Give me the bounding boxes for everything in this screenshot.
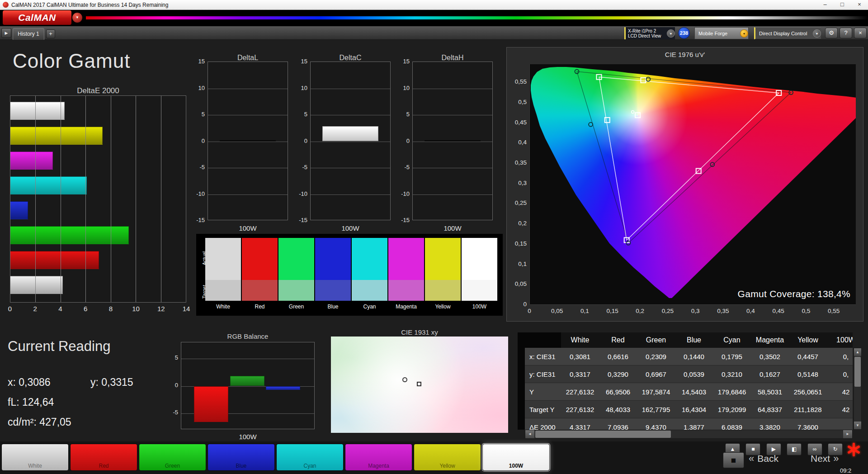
actual-swatch	[315, 238, 351, 280]
back-label: Back	[757, 453, 778, 464]
swatch-columns: WhiteRedGreenBlueCyanMagentaYellow100W	[205, 238, 497, 310]
table-row[interactable]: ΔE 20004,33177,09369,43701,38776,08393,3…	[525, 418, 853, 430]
minimize-button[interactable]: –	[816, 0, 834, 9]
swatch-column-blue: Blue	[315, 238, 351, 310]
meter-count-badge[interactable]: 238	[678, 27, 690, 39]
scroll-left-icon[interactable]: ◄	[525, 430, 534, 438]
rgb-bar-green	[230, 376, 264, 386]
add-tab-button[interactable]: +	[46, 29, 55, 38]
table-row[interactable]: Target Y227,613248,4033162,779516,430417…	[525, 401, 853, 418]
target-swatch	[388, 280, 424, 301]
horizontal-scrollbar[interactable]: ◄ ►	[525, 430, 853, 439]
pattern-button-blue[interactable]: Blue	[208, 444, 275, 471]
vertical-scrollbar[interactable]: ▲ ▼	[854, 348, 862, 430]
gridline	[208, 89, 288, 89]
cell: 0,1627	[751, 370, 789, 378]
chevron-down-icon[interactable]: ▼	[667, 29, 675, 38]
gridline	[311, 168, 390, 168]
meter-selector[interactable]: X-Rite i1Pro 2 LCD Direct View ▼	[624, 27, 675, 39]
y-axis-tick: 0,25	[508, 199, 527, 206]
y-axis-tick: -15	[390, 217, 410, 223]
delta-bar	[322, 126, 378, 141]
tab-history-1[interactable]: History 1	[13, 28, 44, 40]
gridline	[311, 142, 390, 142]
help-button[interactable]: ?	[840, 28, 852, 38]
y-axis-tick: 0,05	[508, 280, 527, 287]
y-axis-tick: 0,35	[508, 159, 527, 166]
stop-measurement-button[interactable]: ■	[723, 452, 744, 468]
deltae-chart-plot	[10, 95, 186, 303]
y-axis-tick: -10	[390, 190, 410, 197]
cell: 179,6846	[713, 388, 751, 396]
settings-button[interactable]: ⚙	[825, 28, 838, 38]
cell: 0,3081	[561, 353, 599, 360]
x-axis-tick: 4	[58, 305, 62, 313]
x-axis-tick: 8	[109, 305, 113, 313]
table-row[interactable]: Y227,613266,9506197,587414,5403179,68465…	[525, 383, 853, 401]
column-header-blue[interactable]: Blue	[675, 336, 713, 344]
pattern-button-magenta[interactable]: Magenta	[345, 444, 412, 471]
pattern-button-green[interactable]: Green	[139, 444, 206, 471]
cell: 58,5031	[751, 388, 789, 396]
x-axis-tick: 0,45	[773, 308, 784, 314]
table-corner	[525, 332, 561, 348]
display-control-selector[interactable]: Direct Display Control ▼	[754, 27, 821, 39]
cell: 0,5148	[789, 370, 827, 378]
pattern-button-cyan[interactable]: Cyan	[276, 444, 344, 471]
chart-deltac: DeltaC151050-5-10-15100W	[288, 54, 396, 235]
chevron-down-icon[interactable]: ▼	[72, 13, 82, 23]
back-button[interactable]: « Back	[749, 453, 778, 465]
vertical-scroll-thumb[interactable]	[854, 357, 861, 387]
cell: 0,0539	[675, 370, 713, 378]
column-header-white[interactable]: White	[561, 336, 599, 344]
close-button[interactable]: ×	[851, 0, 868, 9]
cie1931-title: CIE 1931 xy	[331, 328, 508, 336]
y-axis-tick: -5	[390, 164, 410, 171]
scroll-down-icon[interactable]: ▼	[854, 422, 861, 429]
close-workspace-button[interactable]: ×	[854, 28, 867, 38]
table-row[interactable]: x: CIE310,30810,66160,23090,14400,17950,…	[525, 348, 853, 365]
y-axis-tick: 0,5	[508, 99, 527, 105]
column-header-red[interactable]: Red	[599, 336, 637, 344]
x-axis-tick: 0,35	[717, 308, 729, 314]
measured-marker	[646, 77, 650, 81]
gridline	[111, 96, 111, 302]
column-header-magenta[interactable]: Magenta	[751, 336, 789, 344]
column-header-100w[interactable]: 100W	[827, 336, 853, 344]
x-axis-tick: 0	[8, 305, 12, 313]
scroll-up-icon[interactable]: ▲	[854, 348, 861, 356]
horizontal-scroll-thumb[interactable]	[535, 431, 671, 438]
source-selector[interactable]: Mobile Forge ▼	[694, 27, 749, 39]
table-row[interactable]: y: CIE310,33170,32900,69670,05390,32100,…	[525, 365, 853, 383]
red-asterisk-icon[interactable]	[846, 442, 861, 457]
chevron-down-icon[interactable]: ▼	[813, 29, 821, 38]
y-axis-tick: 0,4	[508, 139, 527, 146]
pattern-button-100w[interactable]: 100W	[482, 444, 550, 471]
pattern-window-button[interactable]: ◧	[787, 443, 802, 455]
column-header-cyan[interactable]: Cyan	[713, 336, 751, 344]
cell: 179,2099	[713, 406, 751, 413]
actual-swatch	[352, 238, 387, 280]
plot-area	[412, 62, 493, 220]
y-axis-tick: -5	[288, 164, 307, 171]
cell: 0,	[827, 370, 853, 378]
calman-logo[interactable]: CalMAN	[3, 10, 71, 25]
x-axis-label: 100W	[310, 224, 391, 232]
column-header-green[interactable]: Green	[637, 336, 675, 344]
cie1976-panel: CIE 1976 u'v' Gamut Coverage: 138,4% 000…	[506, 47, 863, 322]
pattern-button-white[interactable]: White	[1, 444, 69, 471]
chevron-down-icon[interactable]: ▼	[740, 29, 748, 38]
pattern-button-yellow[interactable]: Yellow	[414, 444, 481, 471]
cell: 42	[827, 388, 853, 396]
table-gutter	[518, 332, 525, 430]
measured-gamut-triangle	[577, 71, 791, 243]
swatch-label: Cyan	[352, 303, 387, 310]
chart-title: DeltaH	[412, 54, 493, 62]
scroll-right-icon[interactable]: ►	[843, 430, 852, 438]
gridline	[413, 89, 492, 89]
maximize-button[interactable]: □	[834, 0, 851, 9]
column-header-yellow[interactable]: Yellow	[789, 336, 827, 344]
next-button[interactable]: Next »	[811, 453, 839, 465]
sidebar-toggle-button[interactable]: ▶	[1, 28, 11, 38]
pattern-button-red[interactable]: Red	[70, 444, 137, 471]
